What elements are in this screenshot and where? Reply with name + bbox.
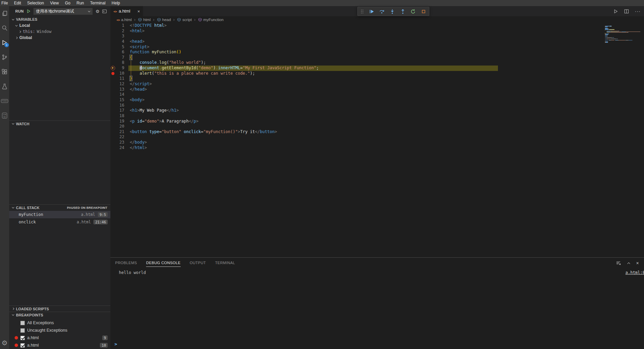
gutter-glyph[interactable] <box>110 92 116 97</box>
breadcrumb-item-head[interactable]: head <box>157 18 171 22</box>
gutter-glyph[interactable] <box>110 76 116 81</box>
panel-tab-problems[interactable]: PROBLEMS <box>115 261 137 267</box>
source-control-icon[interactable] <box>0 50 9 65</box>
gutter-glyph[interactable] <box>110 113 116 119</box>
restart-icon[interactable] <box>410 9 416 14</box>
menu-item-terminal[interactable]: Terminal <box>87 0 108 6</box>
step-into-icon[interactable] <box>390 9 395 14</box>
breakpoint-row-uncaught-exceptions[interactable]: Uncaught Exceptions <box>9 327 110 334</box>
code-text[interactable]: </html> <box>130 145 147 151</box>
launch-config-select[interactable]: 使用本地chrome调试 <box>33 8 93 15</box>
step-out-icon[interactable] <box>400 9 406 14</box>
gutter-glyph[interactable] <box>110 66 116 71</box>
menu-item-run[interactable]: Run <box>73 0 87 6</box>
clear-console-icon[interactable] <box>616 261 621 265</box>
breakpoint-row-a.html[interactable]: a.html10 <box>9 342 110 349</box>
gutter-glyph[interactable] <box>110 119 116 124</box>
breakpoint-row-all-exceptions[interactable]: All Exceptions <box>9 319 110 327</box>
settings-gear-icon[interactable]: ⚙ <box>0 339 9 346</box>
menu-item-go[interactable]: Go <box>62 0 73 6</box>
code-text[interactable]: </head> <box>130 87 147 92</box>
code-text[interactable]: console.log("hello world"); <box>130 60 206 66</box>
menu-item-help[interactable]: Help <box>109 0 123 6</box>
console-source-link[interactable]: a.html:8 <box>625 270 644 275</box>
debug-settings-gear-icon[interactable]: ⚙ <box>95 9 100 14</box>
stop-icon[interactable] <box>421 9 426 14</box>
breakpoint-checkbox[interactable] <box>20 321 25 325</box>
menu-item-edit[interactable]: Edit <box>11 0 24 6</box>
code-text[interactable]: <head> <box>130 39 144 44</box>
breadcrumb-item-html[interactable]: html <box>138 18 151 22</box>
gutter-glyph[interactable] <box>110 29 116 34</box>
split-editor-icon[interactable] <box>624 9 629 14</box>
code-text[interactable]: <h1>My Web Page</h1> <box>130 108 179 113</box>
gutter-glyph[interactable] <box>110 134 116 140</box>
gutter-glyph[interactable] <box>110 103 116 108</box>
code-text[interactable]: function myFunction() <box>130 50 181 55</box>
breakpoint-checkbox[interactable] <box>20 343 25 348</box>
close-tab-icon[interactable]: × <box>137 9 140 14</box>
code-text[interactable]: <script> <box>130 44 149 50</box>
tab-a-html[interactable]: <> a.html × <box>110 6 143 16</box>
gutter-glyph[interactable] <box>110 140 116 145</box>
gutter-glyph[interactable] <box>110 81 116 87</box>
code-text[interactable]: alert("this is a place where can write c… <box>130 71 255 76</box>
watch-section-header[interactable]: WATCH <box>9 121 110 127</box>
variables-section-header[interactable]: VARIABLES <box>9 16 110 22</box>
explorer-icon[interactable] <box>0 6 9 21</box>
loaded-scripts-section-header[interactable]: LOADED SCRIPTS <box>9 306 110 312</box>
lua-ide-icon[interactable]: LuaIde <box>0 108 9 123</box>
search-icon[interactable] <box>0 21 9 35</box>
code-text[interactable]: } <box>130 76 132 81</box>
run-file-icon[interactable] <box>613 9 618 14</box>
gutter-glyph[interactable] <box>110 71 116 76</box>
minimap[interactable] <box>605 26 643 43</box>
toolbar-drag-grip[interactable] <box>360 9 364 14</box>
gutter-glyph[interactable] <box>110 44 116 50</box>
start-debug-icon[interactable] <box>26 9 31 13</box>
gutter-glyph[interactable] <box>110 124 116 129</box>
breakpoint-checkbox[interactable] <box>20 328 25 333</box>
code-text[interactable]: document.getElementById("demo").innerHTM… <box>130 66 319 71</box>
callstack-frame-myFunction[interactable]: myFunctiona.html9:5 <box>9 211 110 218</box>
current-line-breakpoint-icon[interactable] <box>111 66 115 70</box>
breakpoint-icon[interactable] <box>111 72 114 75</box>
variables-scope-local[interactable]: Local <box>9 22 110 29</box>
gutter-glyph[interactable] <box>110 129 116 135</box>
breadcrumb-item-a-html[interactable]: <>a.html <box>117 18 132 22</box>
gutter-glyph[interactable] <box>110 34 116 39</box>
menu-item-file[interactable]: File <box>0 0 11 6</box>
menu-item-view[interactable]: View <box>47 0 62 6</box>
more-actions-icon[interactable]: ··· <box>635 9 641 14</box>
panel-tab-terminal[interactable]: TERMINAL <box>215 261 235 267</box>
gutter-glyph[interactable] <box>110 60 116 66</box>
panel-tab-output[interactable]: OUTPUT <box>190 261 206 267</box>
extensions-icon[interactable] <box>0 65 9 79</box>
gutter-glyph[interactable] <box>110 50 116 55</box>
maximize-panel-icon[interactable] <box>627 262 630 265</box>
code-text[interactable]: { <box>130 55 132 60</box>
debug-console-panel-icon[interactable] <box>102 9 107 14</box>
menu-item-selection[interactable]: Selection <box>24 0 47 6</box>
callstack-frame-onclick[interactable]: onclicka.html21:46 <box>9 218 110 226</box>
code-text[interactable]: </body> <box>130 140 147 145</box>
gutter-glyph[interactable] <box>110 39 116 44</box>
breakpoint-row-a.html[interactable]: a.html9 <box>9 334 110 342</box>
breadcrumb-item-script[interactable]: script <box>177 18 192 22</box>
breakpoint-checkbox[interactable] <box>20 336 25 340</box>
gutter-glyph[interactable] <box>110 145 116 151</box>
gutter-glyph[interactable] <box>110 23 116 29</box>
variable-this[interactable]: this: Window <box>9 29 110 35</box>
test-flask-icon[interactable] <box>0 79 9 94</box>
code-text[interactable]: <html> <box>130 29 144 34</box>
step-over-icon[interactable] <box>379 9 384 14</box>
close-panel-icon[interactable]: × <box>636 261 639 265</box>
callstack-section-header[interactable]: CALL STACK PAUSED ON BREAKPOINT <box>9 204 110 210</box>
continue-icon[interactable] <box>369 9 374 14</box>
code-text[interactable]: <button type="button" onclick="myFunctio… <box>130 129 277 135</box>
todo-icon[interactable]: TODO <box>0 94 9 108</box>
gutter-glyph[interactable] <box>110 87 116 92</box>
run-debug-icon[interactable]: 1 <box>0 35 9 50</box>
gutter-glyph[interactable] <box>110 55 116 60</box>
code-text[interactable]: </script> <box>130 81 152 87</box>
